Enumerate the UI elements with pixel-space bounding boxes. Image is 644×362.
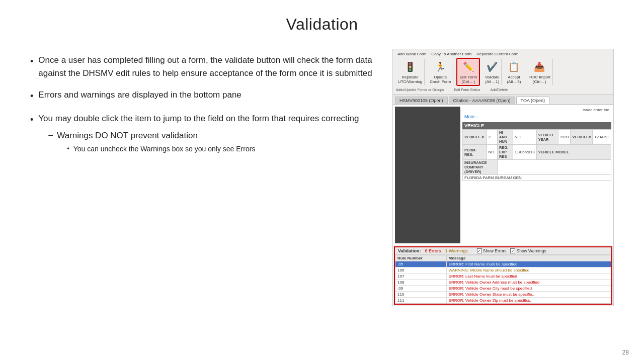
bullet-dot-3: • <box>30 113 33 127</box>
toolbar-buttons-row: 🚦 ReplicateUTC/Warning 🏃 UpdateCrash For… <box>396 58 610 86</box>
veh-label-num: VEHICLE # <box>463 130 487 145</box>
veh-label-hun: HI AND HUN <box>497 130 513 145</box>
tab-toa[interactable]: TOA (Open) <box>516 97 549 104</box>
toolbar: Add Blank Form Copy To Another Form Repl… <box>393 49 613 95</box>
accept-icon: 📋 <box>507 60 521 74</box>
show-warnings-label: Show Warnings <box>516 248 546 253</box>
validation-row[interactable]: .05ERROR: First Name must be specified. <box>395 261 611 267</box>
fcic-label: FCIC Import(Ctrl – ) <box>528 75 550 84</box>
toolbar-group-accept[interactable]: 📋 Accept(Alt – 5) <box>505 59 523 85</box>
veh-val-year: 1939 <box>558 130 571 145</box>
validation-row[interactable]: 108ERROR: Vehicle Owner Address must be … <box>395 280 611 286</box>
veh-val-id: 123ABC <box>593 130 611 145</box>
page-number: 28 <box>622 349 629 356</box>
veh-label-reg: REG. EXP RES <box>497 145 513 160</box>
toolbar-group-edit[interactable]: ✏️ Edit Form(Ctrl – ) <box>456 58 480 86</box>
tab-citation[interactable]: Citation - AAAA5C85 (Open) <box>449 97 515 104</box>
toolbar-group-fcic[interactable]: 📥 FCIC Import(Ctrl – ) <box>526 59 553 85</box>
veh-label-id: VEHICLE# <box>571 130 593 145</box>
toolbar-group-replicate: 🚦 ReplicateUTC/Warning <box>396 59 425 85</box>
tab-bar: HSMV900105 (Open) Citation - AAAA5C85 (O… <box>393 95 613 105</box>
validation-header: Validation: 6 Errors 1 Warnings ✓ Show E… <box>395 247 611 255</box>
validation-row[interactable]: 107ERROR: Last Name must be specified <box>395 274 611 280</box>
menu-replicate: Replicate Current Form <box>475 51 520 57</box>
form-left-panel <box>395 107 460 243</box>
rule-number: 107 <box>395 274 447 280</box>
form-hint: Isaac enter the <box>462 107 611 113</box>
accept-label: Accept(Alt – 5) <box>507 75 521 84</box>
veh-label-model: VEHICLE MODEL <box>536 145 611 160</box>
rule-message: ERROR: Vehicle Owner State must be speci… <box>446 292 611 298</box>
sub-dash-1: – Warnings DO NOT prevent validation • Y… <box>48 129 359 155</box>
validation-panel: Validation: 6 Errors 1 Warnings ✓ Show E… <box>394 246 612 305</box>
slide-container: Validation • Once a user has completed f… <box>0 0 644 362</box>
validation-errors-count: 6 Errors <box>425 248 441 253</box>
rule-number: 111 <box>395 298 447 304</box>
validation-table: Rule Number Message .05ERROR: First Name… <box>395 255 611 304</box>
veh-val-insurance <box>497 160 611 175</box>
sub-bullet-section: – Warnings DO NOT prevent validation • Y… <box>48 129 359 155</box>
vehicle-row-1: VEHICLE # 2 HI AND HUN NO VEHICLE YEAR 1… <box>463 130 611 145</box>
section-label-2: Edit Form Status <box>454 88 480 92</box>
errors-checkbox[interactable]: ✓ <box>477 248 482 253</box>
toolbar-menu-row: Add Blank Form Copy To Another Form Repl… <box>396 51 610 57</box>
vehicle-section: VEHICLE VEHICLE # 2 HI AND HUN NO VEHICL… <box>462 122 611 181</box>
replicate-icon: 🚦 <box>403 60 417 74</box>
show-warnings-check[interactable]: ✓ Show Warnings <box>510 248 546 253</box>
bullet-section: • Once a user has completed filling out … <box>30 49 372 166</box>
sub-sub-text-1: You can uncheck the Warnings box so you … <box>73 144 256 154</box>
rule-message: WARNING: Middle Name should be specified <box>446 267 611 274</box>
fcic-icon: 📥 <box>532 60 546 74</box>
bullet-text-3: You may double click the item to jump to… <box>38 114 359 123</box>
vehicle-row-3: INSURANCE COMPANY (DRIVER) <box>463 160 611 175</box>
slide-title: Validation <box>30 15 614 34</box>
rule-number: 108 <box>395 280 447 286</box>
show-errors-check[interactable]: ✓ Show Errors <box>477 248 507 253</box>
update-label: UpdateCrash Form <box>430 75 451 84</box>
tab-hsmv[interactable]: HSMV900105 (Open) <box>395 97 448 104</box>
menu-copy: Copy To Another Form <box>430 51 473 57</box>
menu-add-blank: Add Blank Form <box>396 51 428 57</box>
veh-val-hun: NO <box>513 130 536 145</box>
edit-icon: ✏️ <box>461 60 475 74</box>
col-rule: Rule Number <box>395 255 447 261</box>
validation-row[interactable]: 106WARNING: Middle Name should be specif… <box>395 267 611 274</box>
screenshot-panel: Add Blank Form Copy To Another Form Repl… <box>392 49 614 306</box>
validation-row[interactable]: 110ERROR: Vehicle Owner State must be sp… <box>395 292 611 298</box>
vehicle-header: VEHICLE <box>462 122 611 129</box>
toolbar-group-validate[interactable]: ✔️ Validate(Alt – 1) <box>483 59 502 85</box>
veh-label-year: VEHICLE YEAR <box>536 130 558 145</box>
vehicle-table: VEHICLE # 2 HI AND HUN NO VEHICLE YEAR 1… <box>462 129 611 181</box>
sub-sub-dot-1: • <box>67 144 69 154</box>
form-area: Isaac enter the More... VEHICLE VEHICLE … <box>393 105 613 245</box>
validation-title: Validation: <box>398 248 421 253</box>
rule-number: .09 <box>395 286 447 292</box>
validation-row[interactable]: 111ERROR: Vehicle Owner Zip must be spec… <box>395 298 611 304</box>
rule-number: .05 <box>395 261 447 267</box>
rule-number: 106 <box>395 267 447 274</box>
content-area: • Once a user has completed filling out … <box>30 49 614 306</box>
sub-text-1: Warnings DO NOT prevent validation <box>57 131 198 140</box>
more-link[interactable]: More... <box>462 113 611 120</box>
bullet-text-1: Once a user has completed filling out a … <box>38 54 372 79</box>
validation-row[interactable]: .09ERROR: Vehicle Owner City must be spe… <box>395 286 611 292</box>
section-label-1: Adds/Update Forms or Groups <box>396 88 444 92</box>
veh-val-num: 2 <box>487 130 497 145</box>
veh-label-perm: PERM. RES. <box>463 145 487 160</box>
update-icon: 🏃 <box>433 60 447 74</box>
bullet-item-1: • Once a user has completed filling out … <box>30 54 372 79</box>
bullet-text-2: Errors and warnings are displayed in the… <box>38 88 242 102</box>
veh-val-reg: 11/06/2013 <box>513 145 536 160</box>
rule-message: ERROR: Vehicle Owner City must be specif… <box>446 286 611 292</box>
show-errors-label: Show Errors <box>483 248 507 253</box>
form-right-panel: Isaac enter the More... VEHICLE VEHICLE … <box>462 107 611 243</box>
validate-label: Validate(Alt – 1) <box>485 75 499 84</box>
edit-label: Edit Form(Ctrl – ) <box>459 75 477 84</box>
vehicle-row-4: FLORIDA FARM BUREAU GEN <box>463 175 611 181</box>
warnings-checkbox[interactable]: ✓ <box>510 248 515 253</box>
bullet-item-2: • Errors and warnings are displayed in t… <box>30 88 372 103</box>
vehicle-row-2: PERM. RES. NO REG. EXP RES 11/06/2013 VE… <box>463 145 611 160</box>
bullet-dot-1: • <box>30 55 33 68</box>
rule-message: ERROR: First Name must be specified. <box>446 261 611 267</box>
dash-icon: – <box>48 129 53 141</box>
